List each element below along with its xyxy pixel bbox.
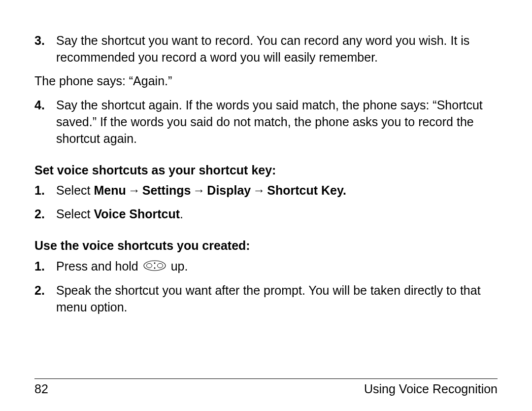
list-item: 4. Say the shortcut again. If the words …: [34, 97, 498, 147]
list-text: Select Menu→Settings→Display→Shortcut Ke…: [56, 182, 498, 199]
arrow-icon: →: [251, 182, 267, 199]
list-text: Speak the shortcut you want after the pr…: [56, 282, 498, 316]
list-text: Select Voice Shortcut.: [56, 206, 498, 223]
text-fragment: .: [180, 207, 183, 221]
list-text: Say the shortcut you want to record. You…: [56, 33, 498, 66]
menu-path: Menu→Settings→Display→Shortcut Key.: [94, 183, 346, 197]
list-number: 4.: [34, 97, 56, 147]
section-title: Using Voice Recognition: [364, 382, 498, 396]
menu-path-segment: Menu: [94, 183, 126, 197]
page-content: 3. Say the shortcut you want to record. …: [34, 33, 498, 315]
page-footer: 82 Using Voice Recognition: [34, 378, 498, 396]
document-page: 3. Say the shortcut you want to record. …: [0, 0, 532, 411]
section-heading: Use the voice shortcuts you created:: [34, 238, 498, 254]
list-item: 1. Press and hold up.: [34, 258, 498, 275]
phone-says: The phone says: “Again.”: [34, 73, 498, 90]
arrow-icon: →: [126, 182, 142, 199]
svg-point-0: [144, 261, 166, 271]
list-number: 2.: [34, 206, 56, 223]
list-number: 2.: [34, 282, 56, 316]
svg-point-4: [154, 268, 155, 269]
list-item: 3. Say the shortcut you want to record. …: [34, 33, 498, 66]
text-fragment: Press and hold: [56, 259, 142, 273]
menu-path-segment: Shortcut Key.: [267, 183, 346, 197]
arrow-icon: →: [191, 182, 207, 199]
text-fragment: Select: [56, 183, 94, 197]
list-number: 1.: [34, 182, 56, 199]
list-text: Say the shortcut again. If the words you…: [56, 97, 498, 147]
list-item: 2. Select Voice Shortcut.: [34, 206, 498, 223]
bold-text: Voice Shortcut: [94, 207, 180, 221]
dpad-icon: [143, 259, 166, 275]
text-fragment: Select: [56, 207, 94, 221]
list-item: 2. Speak the shortcut you want after the…: [34, 282, 498, 316]
svg-point-2: [157, 264, 163, 268]
list-number: 1.: [34, 258, 56, 275]
list-text: Press and hold up.: [56, 258, 498, 275]
list-number: 3.: [34, 33, 56, 66]
page-number: 82: [34, 382, 48, 396]
svg-point-3: [154, 263, 155, 264]
section-heading: Set voice shortcuts as your shortcut key…: [34, 162, 498, 179]
menu-path-segment: Display: [207, 183, 251, 197]
text-fragment: up.: [167, 259, 188, 273]
menu-path-segment: Settings: [142, 183, 191, 197]
svg-point-1: [146, 264, 152, 268]
list-item: 1. Select Menu→Settings→Display→Shortcut…: [34, 182, 498, 199]
